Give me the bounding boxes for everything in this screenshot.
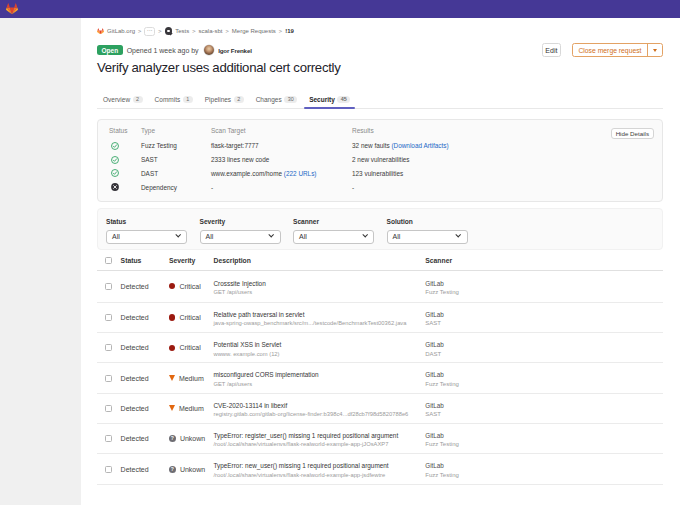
breadcrumb-item-merge-requests[interactable]: Merge Requests (232, 28, 276, 34)
scanner-name: Fuzz Testing (425, 289, 662, 295)
vulnerability-description[interactable]: Potential XSS in Servletwwww. example.co… (213, 339, 425, 356)
row-checkbox[interactable] (105, 466, 112, 473)
breadcrumb-separator: > (158, 28, 161, 34)
vulnerability-title: CVE-2020-13114 in libexif (213, 402, 425, 409)
vulnerability-description[interactable]: Relative path traversal in servletjava-s… (213, 309, 425, 326)
scanner-filter-select[interactable]: All (293, 230, 374, 244)
scan-target: www.example.com/home (222 URLs) (211, 167, 352, 181)
row-checkbox[interactable] (105, 405, 112, 412)
row-checkbox[interactable] (105, 283, 112, 290)
row-checkbox[interactable] (105, 375, 112, 382)
filter-selected-value: All (206, 233, 214, 240)
severity-filter-select[interactable]: All (200, 230, 281, 244)
status-filter-select[interactable]: All (106, 230, 187, 244)
breadcrumb-item-tests[interactable]: Tests (175, 28, 189, 34)
tab-commits[interactable]: Commits1 (149, 91, 199, 108)
scanner-name: Fuzz Testing (425, 381, 662, 387)
scan-target-link[interactable]: (222 URLs) (284, 170, 317, 177)
filter-label-solution: Solution (387, 219, 468, 226)
severity-critical-icon (169, 314, 176, 321)
vulnerability-scanner: GitLabFuzz Testing (425, 430, 662, 447)
vulnerability-status: Detected (121, 466, 169, 473)
vulnerability-row: Detected?UnkownTypeError: new_user() mis… (97, 454, 663, 484)
filter-group-status: StatusAll (106, 219, 187, 249)
vulnerability-status: Detected (121, 344, 169, 351)
severity-label: Critical (179, 283, 200, 290)
breadcrumb-ellipsis-button[interactable]: ... (144, 27, 155, 36)
scan-results: - (352, 180, 654, 194)
vulnerability-description[interactable]: misconfigured CORS implementationGET /ap… (213, 369, 425, 386)
column-header-status: Status (121, 257, 169, 264)
vulnerability-severity: Medium (169, 375, 214, 382)
vulnerability-description[interactable]: CVE-2020-13114 in libexifregistry.gitlab… (213, 400, 425, 417)
row-checkbox[interactable] (105, 435, 112, 442)
vulnerability-title: Relative path traversal in servlet (213, 311, 425, 318)
scanner-vendor: GitLab (425, 371, 662, 378)
summary-column-results: Results (352, 127, 654, 135)
vulnerability-title: TypeError: register_user() missing 1 req… (213, 432, 425, 439)
vulnerability-severity: Medium (169, 405, 214, 412)
close-merge-request-dropdown-toggle[interactable] (647, 44, 662, 56)
scan-results: 32 new faults (Download Artifacts) (352, 139, 654, 153)
chevron-down-icon (175, 231, 181, 237)
scanner-vendor: GitLab (425, 341, 662, 348)
select-all-checkbox[interactable] (105, 257, 112, 264)
summary-column-status: Status (109, 127, 141, 135)
mr-opened-text: Opened 1 week ago by (127, 47, 199, 54)
severity-label: Critical (179, 344, 200, 351)
chevron-down-icon (455, 231, 461, 237)
vulnerability-table-header: Status Severity Description Scanner (97, 252, 663, 271)
scan-success-icon (109, 167, 141, 181)
severity-medium-icon (169, 375, 175, 381)
tab-overview[interactable]: Overview2 (97, 91, 149, 108)
breadcrumb-item-gitlab-org[interactable]: GitLab.org (107, 28, 135, 34)
download-artifacts-link[interactable]: (Download Artifacts) (391, 142, 448, 149)
vulnerability-description[interactable]: TypeError: new_user() missing 1 required… (213, 460, 425, 477)
close-merge-request-button[interactable]: Close merge request (573, 44, 646, 56)
gitlab-logo-icon[interactable] (6, 3, 18, 15)
edit-button[interactable]: Edit (542, 43, 561, 57)
mr-tabs: Overview2Commits1Pipelines2Changes30Secu… (97, 91, 663, 109)
filter-label-severity: Severity (200, 219, 281, 226)
severity-unknown-icon: ? (169, 466, 176, 473)
vulnerability-title: Crosssite Injection (213, 280, 425, 287)
severity-unknown-icon: ? (169, 435, 176, 442)
vulnerability-status: Detected (121, 283, 169, 290)
filters-bar: StatusAllSeverityAllScannerAllSolutionAl… (97, 208, 663, 250)
tab-pipelines[interactable]: Pipelines2 (199, 91, 250, 108)
vulnerability-row: DetectedMediummisconfigured CORS impleme… (97, 363, 663, 393)
vulnerability-description[interactable]: TypeError: register_user() missing 1 req… (213, 430, 425, 447)
breadcrumb: GitLab.org > ... > Tests > scala-sbt > M… (97, 26, 663, 36)
vulnerability-location: wwww. example.com (12) (213, 351, 425, 357)
hide-details-button[interactable]: Hide Details (611, 128, 654, 139)
scan-success-icon (109, 139, 141, 153)
vulnerability-status: Detected (121, 375, 169, 382)
vulnerability-table: Status Severity Description Scanner Dete… (97, 252, 663, 485)
severity-critical-icon (169, 283, 176, 290)
tab-changes[interactable]: Changes30 (250, 91, 304, 108)
mr-state-badge: Open (97, 45, 123, 56)
vulnerability-severity: ?Unkown (169, 466, 214, 473)
vulnerability-location: GET /api/users (213, 289, 425, 295)
severity-label: Unkown (180, 466, 205, 473)
scanner-name: SAST (425, 320, 662, 326)
severity-label: Medium (179, 405, 204, 412)
scanner-name: Fuzz Testing (425, 441, 662, 447)
scanner-name: SAST (425, 411, 662, 417)
row-checkbox[interactable] (105, 344, 112, 351)
chevron-down-icon (653, 49, 657, 52)
vulnerability-title: misconfigured CORS implementation (213, 371, 425, 378)
vulnerability-scanner: GitLabDAST (425, 339, 662, 356)
solution-filter-select[interactable]: All (387, 230, 468, 244)
breadcrumb-item-scala-sbt[interactable]: scala-sbt (198, 28, 222, 34)
tab-security[interactable]: Security45 (303, 91, 356, 108)
scan-type: DAST (141, 167, 211, 181)
author-name[interactable]: Igor Frenkel (218, 47, 252, 54)
column-header-severity: Severity (169, 257, 214, 264)
author-avatar[interactable] (204, 45, 215, 56)
vulnerability-description[interactable]: Crosssite InjectionGET /api/users (213, 278, 425, 295)
scan-failed-icon (109, 180, 141, 194)
tab-count-badge: 2 (133, 96, 143, 104)
vulnerability-scanner: GitLabFuzz Testing (425, 460, 662, 477)
row-checkbox[interactable] (105, 314, 112, 321)
